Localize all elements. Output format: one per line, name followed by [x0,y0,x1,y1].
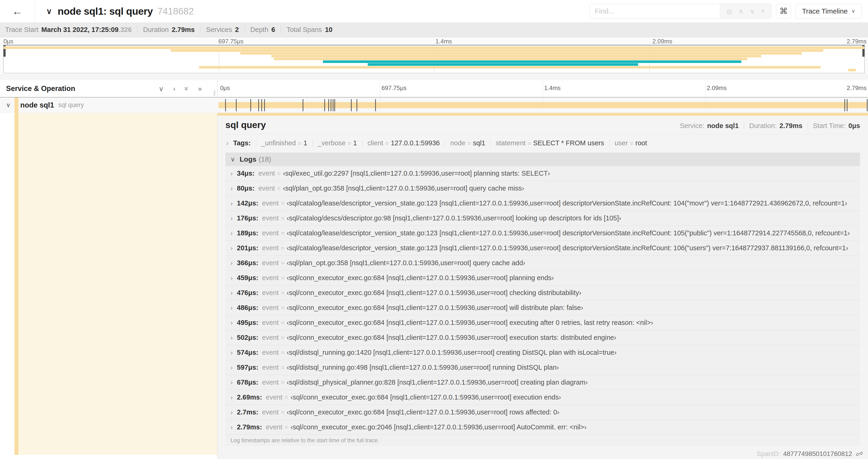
log-value: ‹sql/plan_opt.go:358 [nsql1,client=127.0… [287,259,525,267]
tag-item[interactable]: statement=SELECT * FROM users [496,139,604,147]
trace-title-group[interactable]: ∨ node sql1: sql query 7418682 [46,6,194,17]
tag-item[interactable]: node=sql1 [450,139,485,147]
log-row[interactable]: ›176μs:event=‹sql/catalog/descs/descript… [225,211,860,226]
log-row[interactable]: ›189μs:event=‹sql/catalog/lease/descript… [225,226,860,241]
chevron-right-icon[interactable]: › [230,215,232,222]
next-match-icon[interactable]: ∨ [750,7,755,15]
log-marker-tick [334,99,335,111]
log-row[interactable]: ›80μs:event=‹sql/plan_opt.go:358 [nsql1,… [225,181,860,196]
log-row[interactable]: ›142μs:event=‹sql/catalog/lease/descript… [225,196,860,211]
span-duration-bar[interactable] [218,102,867,108]
tag-item[interactable]: client=127.0.0.1:59936 [368,139,440,147]
chevron-right-icon[interactable]: › [230,185,232,192]
log-row[interactable]: ›366μs:event=‹sql/plan_opt.go:358 [nsql1… [225,256,860,270]
log-row[interactable]: ›502μs:event=‹sql/conn_executor_exec.go:… [225,330,860,345]
chevron-right-icon[interactable]: › [230,304,232,312]
tags-row[interactable]: › Tags: _unfinished=1_verbose=1client=12… [225,139,860,147]
log-row[interactable]: ›2.7ms:event=‹sql/conn_executor_exec.go:… [225,405,860,420]
chevron-right-icon[interactable]: › [230,394,232,401]
tag-item[interactable]: _unfinished=1 [261,139,307,147]
trace-stat-item: Services2 [206,26,239,34]
tag-key: statement [496,139,525,147]
log-row[interactable]: ›2.79ms:event=‹sql/conn_executor_exec.go… [225,420,860,435]
chevron-down-icon[interactable]: ∨ [6,101,10,109]
back-button[interactable]: ← [0,0,35,22]
ruler-tick-label: 1.4ms [435,38,452,45]
prev-match-icon[interactable]: ∧ [739,7,744,15]
chevron-right-icon[interactable]: › [230,244,232,252]
span-row-label-cell[interactable]: ∨ node sql1 sql query [0,97,217,113]
tag-equals: = [467,140,471,147]
log-value: ‹sql/distsql_running.go:498 [nsql1,clien… [287,364,559,371]
chevron-right-icon[interactable]: › [230,230,232,237]
find-input[interactable] [590,4,720,19]
column-resize-grip[interactable]: ∥ [213,90,216,96]
log-marker-tick [261,99,262,111]
chevron-right-icon[interactable]: › [230,289,232,297]
log-field-name: event [262,214,279,222]
log-marker-tick [225,99,226,111]
keyboard-shortcuts-button[interactable]: ⌘ [776,4,791,19]
trace-stat-item: Total Spans10 [286,26,333,34]
log-value: ‹sql/catalog/lease/descriptor_version_st… [287,229,850,237]
expand-one-icon[interactable]: › [173,85,176,93]
chevron-right-icon[interactable]: › [230,170,232,177]
log-timestamp: 189μs: [237,229,258,237]
chevron-right-icon[interactable]: › [230,424,232,431]
minimap-canvas[interactable] [3,45,865,73]
tag-key: _unfinished [261,139,296,147]
log-timestamp: 459μs: [237,274,258,282]
clear-search-icon[interactable]: × [761,7,765,15]
stat-value-suffix: .326 [119,26,132,34]
locate-icon[interactable]: ◎ [726,7,732,15]
logs-count: (18) [259,155,271,163]
chevron-right-icon[interactable]: › [230,259,232,267]
log-row[interactable]: ›486μs:event=‹sql/conn_executor_exec.go:… [225,300,860,315]
stat-value: March 31 2022, 17:25:09 [41,26,119,34]
log-row[interactable]: ›574μs:event=‹sql/distsql_running.go:142… [225,345,860,360]
log-row[interactable]: ›201μs:event=‹sql/catalog/lease/descript… [225,241,860,256]
log-row[interactable]: ›2.69ms:event=‹sql/conn_executor_exec.go… [225,390,860,405]
ruler-tick-label: 0μs [220,85,230,92]
tag-item[interactable]: _verbose=1 [318,139,357,147]
collapse-all-icon[interactable]: » [183,87,191,91]
log-marker-tick [258,99,259,111]
minimap-span-bar [199,66,820,69]
log-field-name: event [266,393,282,401]
span-operation-name: sql query [58,101,84,109]
chevron-right-icon[interactable]: › [230,274,232,282]
chevron-down-icon[interactable]: ∨ [46,6,52,16]
trace-view-dropdown[interactable]: Trace Timeline ∨ [796,4,862,19]
log-row[interactable]: ›476μs:event=‹sql/conn_executor_exec.go:… [225,286,860,300]
span-row[interactable]: ∨ node sql1 sql query [0,97,868,113]
chevron-right-icon[interactable]: › [230,319,232,327]
overview-label: Service: [680,122,705,129]
tag-separator [609,139,610,147]
log-row[interactable]: ›678μs:event=‹sql/distsql_physical_plann… [225,375,860,390]
collapse-one-icon[interactable]: ∨ [159,85,164,93]
log-row[interactable]: ›597μs:event=‹sql/distsql_running.go:498… [225,360,860,375]
log-marker-tick [847,99,847,111]
chevron-right-icon[interactable]: › [230,334,232,341]
chevron-right-icon[interactable]: › [226,139,228,147]
stat-label: Depth [250,26,268,34]
chevron-right-icon[interactable]: › [230,379,232,386]
minimap-span-bar [170,49,823,52]
log-timestamp: 574μs: [237,349,258,356]
tag-item[interactable]: user=root [615,139,647,147]
chevron-right-icon[interactable]: › [230,408,232,416]
span-detail-left-column [0,113,217,459]
copy-link-icon[interactable] [856,450,863,457]
chevron-right-icon[interactable]: › [230,200,232,207]
stat-separator [200,26,200,34]
expand-all-icon[interactable]: » [198,85,202,93]
log-row[interactable]: ›34μs:event=‹sql/exec_util.go:2297 [nsql… [225,166,860,181]
log-row[interactable]: ›495μs:event=‹sql/conn_executor_exec.go:… [225,315,860,330]
log-row[interactable]: ›459μs:event=‹sql/conn_executor_exec.go:… [225,270,860,286]
log-equals: = [281,334,284,341]
chevron-right-icon[interactable]: › [230,349,232,356]
chevron-right-icon[interactable]: › [230,364,232,371]
trace-stat-item: Depth6 [250,26,275,34]
logs-header[interactable]: ∨ Logs (18) [225,153,860,166]
span-bar-cell[interactable] [217,97,868,113]
